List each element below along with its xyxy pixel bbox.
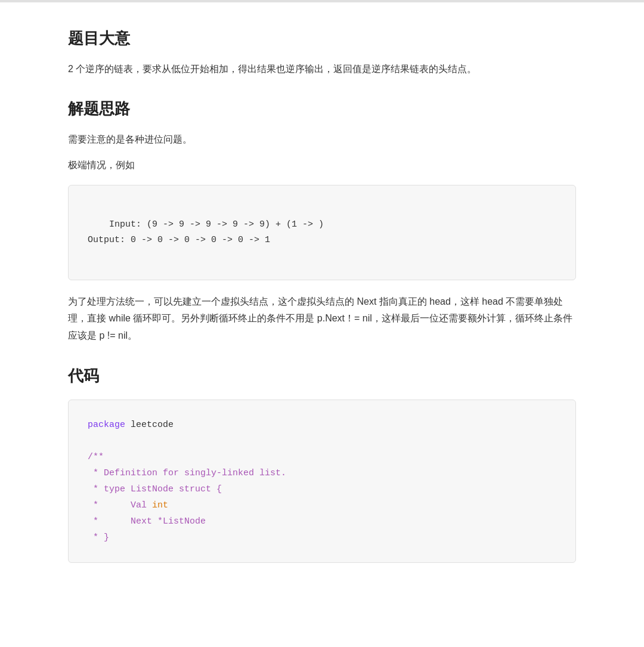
approach-desc-c: 为了处理方法统一，可以先建立一个虚拟头结点，这个虚拟头结点的 Next 指向真正…: [68, 293, 576, 345]
code-comment-3: * type ListNode struct {: [88, 484, 222, 494]
code-comment-4: * Val int: [88, 500, 168, 510]
section-title-summary: 题目大意: [68, 26, 576, 51]
section-title-code: 代码: [68, 364, 576, 389]
code-comment-6: * }: [88, 533, 109, 543]
example-line2: Output: 0 -> 0 -> 0 -> 0 -> 0 -> 1: [88, 235, 270, 245]
main-content: 题目大意 2 个逆序的链表，要求从低位开始相加，得出结果也逆序输出，返回值是逆序…: [36, 2, 608, 612]
example-code-block: Input: (9 -> 9 -> 9 -> 9 -> 9) + (1 -> )…: [68, 185, 576, 280]
code-keyword-package: package: [88, 420, 125, 430]
syntax-code-block: package leetcode /** * Definition for si…: [68, 400, 576, 563]
summary-description: 2 个逆序的链表，要求从低位开始相加，得出结果也逆序输出，返回值是逆序结果链表的…: [68, 61, 576, 78]
code-comment-5: * Next *ListNode: [88, 516, 206, 527]
section-title-approach: 解题思路: [68, 97, 576, 122]
approach-desc-a: 需要注意的是各种进位问题。: [68, 131, 576, 148]
code-package-name: leetcode: [125, 420, 174, 430]
example-line1: Input: (9 -> 9 -> 9 -> 9 -> 9) + (1 -> ): [109, 219, 324, 230]
approach-desc-b: 极端情况，例如: [68, 157, 576, 174]
code-comment-1: /**: [88, 452, 104, 462]
code-comment-2: * Definition for singly-linked list.: [88, 468, 286, 478]
